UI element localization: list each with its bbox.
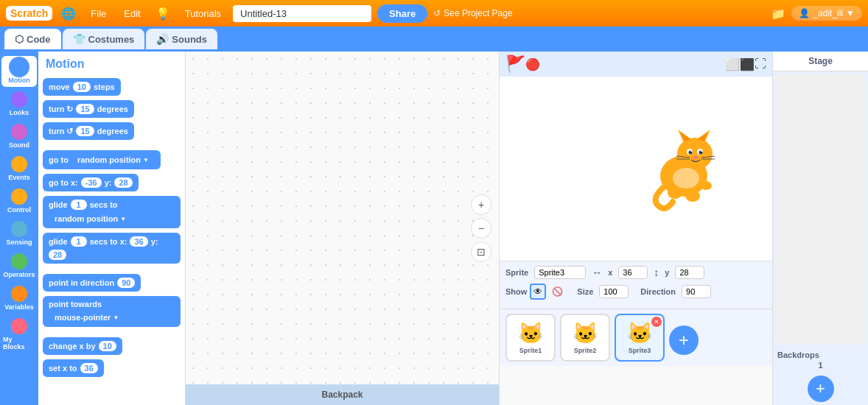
project-title-input[interactable] bbox=[233, 5, 371, 22]
block-turn-cw[interactable]: turn ↻ 15 degrees bbox=[43, 100, 134, 118]
sound-dot bbox=[11, 124, 27, 140]
size-input[interactable] bbox=[599, 285, 629, 298]
stage-scene bbox=[500, 77, 772, 239]
globe-icon[interactable]: 🌐 bbox=[58, 5, 79, 22]
svg-point-10 bbox=[693, 156, 698, 159]
backpack-bar[interactable]: Backpack bbox=[186, 384, 499, 405]
code-area[interactable]: + − ⊡ Backpack bbox=[186, 52, 500, 405]
add-backdrop-button[interactable]: + bbox=[808, 376, 834, 402]
sprite-x-input[interactable] bbox=[618, 266, 648, 279]
stage-tab[interactable]: Stage bbox=[773, 52, 868, 71]
chevron-down-icon: ▼ bbox=[846, 8, 855, 18]
sidebar-item-events[interactable]: Events bbox=[1, 153, 37, 184]
sidebar-label-my-blocks: My Blocks bbox=[3, 336, 35, 351]
sprite3-delete-button[interactable]: ✕ bbox=[651, 317, 662, 327]
sprite-thumb-1[interactable]: 🐱 Sprite1 bbox=[505, 314, 556, 362]
blocks-panel: Motion move 10 steps turn ↻ 15 degrees t… bbox=[38, 52, 186, 405]
events-dot bbox=[11, 156, 27, 172]
arrows-icon: ↔ bbox=[592, 267, 602, 278]
block-turn-ccw[interactable]: turn ↺ 15 degrees bbox=[43, 122, 134, 140]
block-set-x[interactable]: set x to 36 bbox=[43, 359, 104, 377]
sprite-info-row-1: Sprite ↔ x ↕ y bbox=[505, 266, 766, 279]
lightbulb-icon: 💡 bbox=[153, 5, 173, 22]
show-hidden-button[interactable]: 🚫 bbox=[549, 284, 565, 300]
sidebar-item-my-blocks[interactable]: My Blocks bbox=[1, 315, 37, 353]
sidebar-label-looks: Looks bbox=[10, 109, 29, 116]
backdrops-label: Backdrops bbox=[777, 351, 864, 359]
sprite-y-input[interactable] bbox=[675, 266, 704, 279]
sprite2-label: Sprite2 bbox=[574, 347, 597, 354]
motion-dot bbox=[11, 59, 27, 75]
user-name: _adit_ili bbox=[813, 8, 843, 18]
direction-label: Direction bbox=[640, 287, 676, 296]
sidebar-item-motion[interactable]: Motion bbox=[1, 56, 37, 87]
costumes-icon: 👕 bbox=[73, 33, 85, 45]
edit-menu[interactable]: Edit bbox=[118, 7, 146, 21]
show-visible-button[interactable]: 👁 bbox=[530, 284, 546, 300]
large-stage-button[interactable]: ⬛ bbox=[740, 57, 755, 71]
sprite3-label: Sprite3 bbox=[629, 347, 651, 354]
block-point-direction[interactable]: point in direction 90 bbox=[43, 274, 141, 292]
sidebar-label-motion: Motion bbox=[8, 77, 30, 84]
add-sprite-button[interactable]: + bbox=[669, 325, 699, 355]
tab-code[interactable]: ⬡ Code bbox=[4, 29, 61, 49]
block-gotoxy[interactable]: go to x: -36 y: 28 bbox=[43, 174, 139, 191]
topbar: Scratch 🌐 File Edit 💡 Tutorials Share ↺ … bbox=[0, 0, 868, 27]
sidebar-item-sound[interactable]: Sound bbox=[1, 121, 37, 152]
block-move[interactable]: move 10 steps bbox=[43, 78, 121, 96]
operators-dot bbox=[11, 253, 27, 270]
fit-button[interactable]: ⊡ bbox=[471, 242, 491, 262]
updown-icon: ↕ bbox=[654, 267, 659, 278]
show-label: Show bbox=[505, 287, 527, 296]
right-panel: Stage Backdrops 1 + bbox=[772, 52, 868, 405]
fullscreen-button[interactable]: ⛶ bbox=[755, 57, 766, 71]
stage-mini-preview bbox=[776, 74, 865, 345]
sprite-name-input[interactable] bbox=[534, 266, 586, 279]
sprite1-image: 🐱 bbox=[518, 321, 544, 345]
share-button[interactable]: Share bbox=[377, 4, 427, 23]
svg-point-1 bbox=[677, 138, 713, 170]
sidebar-label-control: Control bbox=[7, 206, 31, 214]
block-glide1[interactable]: glide 1 secs to random position bbox=[43, 196, 181, 228]
green-flag-button[interactable]: 🚩 bbox=[505, 54, 525, 74]
user-avatar: 👤 bbox=[799, 8, 810, 18]
sprite-info-row-2: Show 👁 🚫 Size Direction bbox=[505, 284, 766, 300]
sidebar-label-variables: Variables bbox=[4, 303, 34, 311]
x-label: x bbox=[608, 268, 612, 277]
small-stage-button[interactable]: ⬜ bbox=[725, 57, 740, 71]
svg-point-17 bbox=[700, 181, 712, 190]
see-project-button[interactable]: ↺ See Project Page bbox=[433, 8, 512, 18]
tab-costumes[interactable]: 👕 Costumes bbox=[63, 29, 145, 49]
topbar-right: 📁 👤 _adit_ili ▼ bbox=[771, 6, 862, 21]
direction-input[interactable] bbox=[682, 285, 711, 298]
block-glide2[interactable]: glide 1 secs to x: 36 y: 28 bbox=[43, 233, 181, 264]
user-menu[interactable]: 👤 _adit_ili ▼ bbox=[791, 6, 862, 21]
sidebar-item-control[interactable]: Control bbox=[1, 186, 37, 216]
block-goto[interactable]: go to random position bbox=[43, 150, 161, 169]
scratch-logo[interactable]: Scratch bbox=[6, 6, 52, 21]
sidebar-item-sensing[interactable]: Sensing bbox=[1, 218, 37, 249]
stop-button[interactable]: 🔴 bbox=[525, 57, 540, 71]
sprite-thumb-2[interactable]: 🐱 Sprite2 bbox=[560, 314, 610, 362]
sensing-dot bbox=[11, 221, 27, 237]
sidebar-item-variables[interactable]: Variables bbox=[1, 283, 37, 314]
sprite-thumb-3[interactable]: ✕ 🐱 Sprite3 bbox=[615, 314, 665, 362]
sidebar-label-operators: Operators bbox=[3, 271, 35, 278]
sidebar-item-looks[interactable]: Looks bbox=[1, 88, 37, 119]
sprite1-label: Sprite1 bbox=[519, 347, 542, 354]
folder-icon[interactable]: 📁 bbox=[771, 7, 785, 21]
sidebar-item-operators[interactable]: Operators bbox=[1, 250, 37, 281]
sprite-info: Sprite ↔ x ↕ y Show 👁 🚫 Size Direction bbox=[500, 261, 772, 309]
zoom-out-button[interactable]: − bbox=[471, 218, 491, 239]
sprite-label: Sprite bbox=[505, 268, 528, 277]
backdrops-section: Backdrops 1 bbox=[773, 348, 868, 373]
my-blocks-dot bbox=[11, 318, 27, 334]
block-change-x[interactable]: change x by 10 bbox=[43, 337, 122, 355]
sidebar-label-sensing: Sensing bbox=[6, 239, 32, 246]
zoom-in-button[interactable]: + bbox=[471, 194, 491, 215]
block-point-towards[interactable]: point towards mouse-pointer bbox=[43, 296, 181, 327]
tutorials-button[interactable]: Tutorials bbox=[179, 7, 227, 21]
tab-sounds[interactable]: 🔊 Sounds bbox=[146, 29, 217, 49]
control-dot bbox=[11, 189, 27, 205]
file-menu[interactable]: File bbox=[85, 7, 112, 21]
